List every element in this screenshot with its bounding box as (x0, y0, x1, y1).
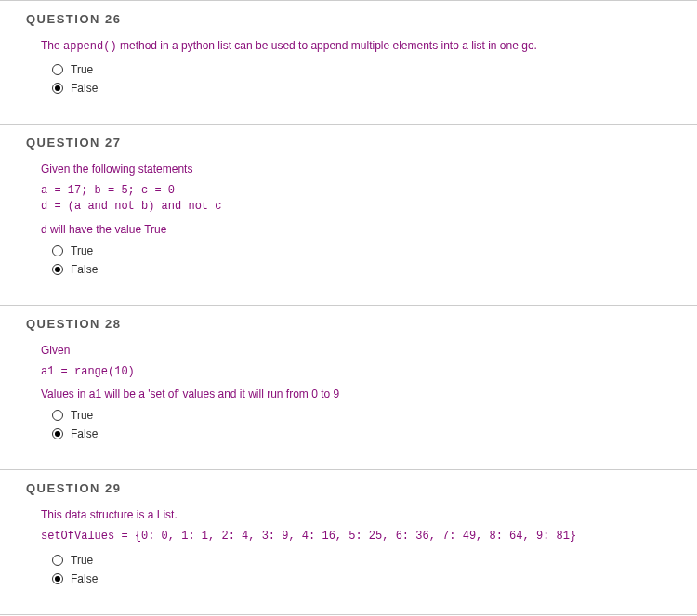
options-group: TrueFalse (41, 242, 697, 279)
options-group: TrueFalse (41, 551, 697, 588)
option-row: False (52, 570, 697, 588)
option-label: False (71, 570, 98, 587)
options-group: TrueFalse (41, 406, 697, 443)
option-row: True (52, 406, 697, 425)
option-row: False (52, 260, 697, 279)
question-header: QUESTION 27 (0, 125, 697, 157)
followup-text: Values in a1 will be a 'set of' values a… (41, 387, 339, 400)
prompt-text: Given (41, 344, 70, 357)
question-followup: d will have the value True (41, 221, 697, 238)
option-label: True (71, 61, 93, 78)
radio-button[interactable] (52, 555, 63, 566)
question-block: QUESTION 27Given the following statement… (0, 124, 697, 305)
question-header: QUESTION 29 (0, 470, 697, 503)
question-prompt: Given the following statements (41, 161, 697, 177)
prompt-text: Given the following statements (41, 163, 192, 176)
followup-text: d will have the value (41, 223, 144, 236)
radio-button[interactable] (52, 83, 63, 94)
option-label: True (71, 242, 93, 259)
option-row: True (52, 551, 697, 570)
radio-dot-icon (55, 85, 60, 91)
followup-code: True (144, 223, 166, 236)
question-body: Given the following statementsa = 17; b … (0, 157, 697, 305)
radio-button[interactable] (52, 573, 63, 584)
radio-button[interactable] (52, 264, 63, 275)
option-label: True (71, 552, 93, 569)
radio-dot-icon (55, 431, 60, 437)
option-label: False (71, 80, 98, 97)
radio-dot-icon (55, 267, 60, 272)
question-block: QUESTION 28Givena1 = range(10)Values in … (0, 305, 697, 469)
question-block: QUESTION 29This data structure is a List… (0, 469, 697, 614)
question-prompt: The append() method in a python list can… (41, 37, 697, 55)
prompt-text: This data structure is a List. (41, 508, 178, 521)
question-body: Givena1 = range(10)Values in a1 will be … (0, 338, 697, 469)
option-row: False (52, 79, 697, 98)
prompt-text: method in a python list can be used to a… (117, 39, 537, 52)
prompt-code: append() (63, 40, 117, 53)
radio-button[interactable] (52, 245, 63, 256)
option-label: False (71, 261, 98, 278)
question-prompt: This data structure is a List. (41, 506, 697, 523)
question-followup: Values in a1 will be a 'set of' values a… (41, 386, 697, 402)
radio-button[interactable] (52, 410, 63, 421)
option-row: True (52, 242, 697, 260)
prompt-text: The (41, 39, 63, 52)
code-block: setOfValues = {0: 0, 1: 1, 2: 4, 3: 9, 4… (41, 529, 697, 544)
radio-dot-icon (55, 576, 60, 582)
option-row: False (52, 425, 697, 443)
option-label: False (71, 426, 98, 442)
code-block: a = 17; b = 5; c = 0 d = (a and not b) a… (41, 183, 697, 216)
question-header: QUESTION 26 (0, 1, 697, 33)
question-body: The append() method in a python list can… (0, 33, 697, 124)
option-label: True (71, 407, 93, 424)
radio-button[interactable] (52, 64, 63, 75)
question-prompt: Given (41, 342, 697, 359)
question-body: This data structure is a List.setOfValue… (0, 503, 697, 613)
code-block: a1 = range(10) (41, 364, 697, 380)
options-group: TrueFalse (41, 60, 697, 98)
question-header: QUESTION 28 (0, 306, 697, 338)
option-row: True (52, 60, 697, 79)
radio-button[interactable] (52, 428, 63, 439)
question-block: QUESTION 26The append() method in a pyth… (0, 0, 697, 124)
